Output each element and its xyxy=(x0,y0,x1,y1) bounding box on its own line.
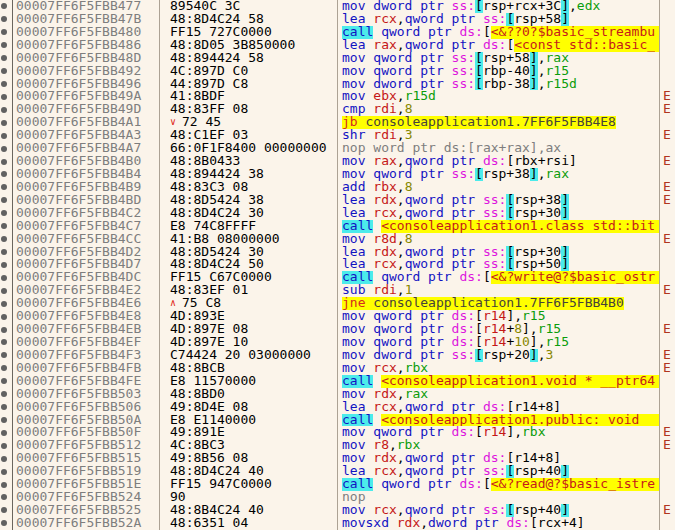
breakpoint-dot[interactable] xyxy=(1,262,7,268)
breakpoint-dot[interactable] xyxy=(1,482,7,488)
disasm-row[interactable]: 00007FF6F5FBB4924C:897D C0mov qword ptr … xyxy=(0,65,675,78)
breakpoint-dot[interactable] xyxy=(1,469,7,475)
breakpoint-dot[interactable] xyxy=(1,417,7,423)
breakpoint-dot[interactable] xyxy=(1,68,7,74)
instruction-token: mov qword ptr xyxy=(342,168,452,181)
disasm-row[interactable]: 00007FF6F5FBB4E6∧ 75 C8jne consoleapplic… xyxy=(0,297,675,310)
breakpoint-dot[interactable] xyxy=(1,133,7,139)
breakpoint-dot[interactable] xyxy=(1,171,7,177)
disasm-row[interactable]: 00007FF6F5FBB4FEE8 11570000call <console… xyxy=(0,375,675,388)
breakpoint-dot[interactable] xyxy=(1,16,7,22)
instruction-token: , xyxy=(397,246,405,259)
disasm-row[interactable]: 00007FF6F5FBB480FF15 727C0000call qword … xyxy=(0,26,675,39)
disasm-row[interactable]: 00007FF6F5FBB4E84D:893Emov qword ptr ds:… xyxy=(0,310,675,323)
disasm-row[interactable]: 00007FF6F5FBB52490nop xyxy=(0,491,675,504)
breakpoint-dot[interactable] xyxy=(1,327,7,333)
breakpoint-dot[interactable] xyxy=(1,520,7,526)
instruction-cell: lea rdx,qword ptr ss:[rsp+30] xyxy=(337,246,660,259)
breakpoint-dot[interactable] xyxy=(1,3,7,9)
disasm-row[interactable]: 00007FF6F5FBB4DCFF15 C67C0000call qword … xyxy=(0,271,675,284)
disasm-row[interactable]: 00007FF6F5FBB4CC41:B8 08000000mov r8d,8E xyxy=(0,233,675,246)
disasm-row[interactable]: 00007FF6F5FBB49644:897D C8mov dword ptr … xyxy=(0,78,675,91)
bytes-text: 49:8B56 08 xyxy=(170,452,248,465)
instruction-token: nop xyxy=(342,491,365,504)
breakpoint-dot[interactable] xyxy=(1,288,7,294)
instruction-token: r15d xyxy=(546,78,577,91)
breakpoint-dot[interactable] xyxy=(1,314,7,320)
disasm-row[interactable]: 00007FF6F5FBB4B448:894424 38mov qword pt… xyxy=(0,168,675,181)
breakpoint-dot[interactable] xyxy=(1,391,7,397)
disasm-row[interactable]: 00007FF6F5FBB4B048:8B0433mov rax,qword p… xyxy=(0,155,675,168)
disasm-row[interactable]: 00007FF6F5FBB5124C:8BC3mov r8,rbxE xyxy=(0,439,675,452)
disassembly-view[interactable]: 00007FF6F5FBB47789540C 3Cmov dword ptr s… xyxy=(0,0,675,530)
disasm-row[interactable]: 00007FF6F5FBB4B948:83C3 08add rbx,8E xyxy=(0,181,675,194)
breakpoint-dot[interactable] xyxy=(1,146,7,152)
disasm-row[interactable]: 00007FF6F5FBB50AE8 E1140000call <console… xyxy=(0,414,675,427)
breakpoint-dot[interactable] xyxy=(1,81,7,87)
disasm-row[interactable]: 00007FF6F5FBB4E248:83EF 01sub rdi,1E xyxy=(0,284,675,297)
disasm-row[interactable]: 00007FF6F5FBB51EFF15 947C0000call qword … xyxy=(0,478,675,491)
instruction-token: 10 xyxy=(514,336,530,349)
disasm-row[interactable]: 00007FF6F5FBB4D248:8D5424 30lea rdx,qwor… xyxy=(0,246,675,259)
disasm-row[interactable]: 00007FF6F5FBB4C248:8D4C24 30lea rcx,qwor… xyxy=(0,207,675,220)
disasm-row[interactable]: 00007FF6F5FBB4C7E8 74C8FFFFcall <console… xyxy=(0,220,675,233)
disasm-row[interactable]: 00007FF6F5FBB4D748:8D4C24 50lea rcx,qwor… xyxy=(0,258,675,271)
breakpoint-dot[interactable] xyxy=(1,404,7,410)
disasm-row[interactable]: 00007FF6F5FBB48D48:894424 58mov qword pt… xyxy=(0,52,675,65)
breakpoint-dot[interactable] xyxy=(1,236,7,242)
gutter-cell xyxy=(0,388,13,401)
breakpoint-dot[interactable] xyxy=(1,430,7,436)
address-cell: 00007FF6F5FBB4F3 xyxy=(13,349,160,362)
disasm-row[interactable]: 00007FF6F5FBB50348:8BD0mov rdx,rax xyxy=(0,388,675,401)
disasm-row[interactable]: 00007FF6F5FBB4FB48:8BCBmov rcx,rbxE xyxy=(0,362,675,375)
breakpoint-dot[interactable] xyxy=(1,223,7,229)
disasm-row[interactable]: 00007FF6F5FBB52548:8B4C24 40mov rcx,qwor… xyxy=(0,504,675,517)
breakpoint-dot[interactable] xyxy=(1,301,7,307)
breakpoint-dot[interactable] xyxy=(1,55,7,61)
disasm-row[interactable]: 00007FF6F5FBB47789540C 3Cmov dword ptr s… xyxy=(0,0,675,13)
disasm-row[interactable]: 00007FF6F5FBB51549:8B56 08mov rdx,qword … xyxy=(0,452,675,465)
bytes-text: 48:8D05 3B850000 xyxy=(170,39,295,52)
breakpoint-dot[interactable] xyxy=(1,378,7,384)
instruction-token: [ xyxy=(483,478,491,491)
instruction-token: mov xyxy=(342,362,373,375)
breakpoint-dot[interactable] xyxy=(1,184,7,190)
breakpoint-dot[interactable] xyxy=(1,249,7,255)
breakpoint-dot[interactable] xyxy=(1,94,7,100)
disasm-row[interactable]: 00007FF6F5FBB4BD48:8D5424 38lea rdx,qwor… xyxy=(0,194,675,207)
breakpoint-dot[interactable] xyxy=(1,197,7,203)
disasm-row[interactable]: 00007FF6F5FBB4A348:C1EF 03shr rdi,3E xyxy=(0,129,675,142)
breakpoint-dot[interactable] xyxy=(1,120,7,126)
disasm-row[interactable]: 00007FF6F5FBB50F49:891Emov qword ptr ds:… xyxy=(0,426,675,439)
disasm-row[interactable]: 00007FF6F5FBB49D48:83FF 08cmp rdi,8E xyxy=(0,103,675,116)
disasm-row[interactable]: 00007FF6F5FBB4A766:0F1F8400 00000000nop … xyxy=(0,142,675,155)
disasm-row[interactable]: 00007FF6F5FBB47B48:8D4C24 58lea rcx,qwor… xyxy=(0,13,675,26)
breakpoint-dot[interactable] xyxy=(1,159,7,165)
disasm-row[interactable]: 00007FF6F5FBB50649:8D4E 08lea rcx,qword … xyxy=(0,401,675,414)
disasm-row[interactable]: 00007FF6F5FBB49A41:8BDFmov ebx,r15dE xyxy=(0,90,675,103)
breakpoint-dot[interactable] xyxy=(1,107,7,113)
breakpoint-dot[interactable] xyxy=(1,29,7,35)
breakpoint-dot[interactable] xyxy=(1,42,7,48)
breakpoint-dot[interactable] xyxy=(1,210,7,216)
address-cell: 00007FF6F5FBB4B4 xyxy=(13,168,160,181)
breakpoint-dot[interactable] xyxy=(1,443,7,449)
disasm-row[interactable]: 00007FF6F5FBB52A48:6351 04movsxd rdx,dwo… xyxy=(0,517,675,530)
breakpoint-dot[interactable] xyxy=(1,275,7,281)
breakpoint-dot[interactable] xyxy=(1,339,7,345)
disasm-row[interactable]: 00007FF6F5FBB51948:8D4C24 40lea rcx,qwor… xyxy=(0,465,675,478)
disasm-row[interactable]: 00007FF6F5FBB48648:8D05 3B850000lea rax,… xyxy=(0,39,675,52)
instruction-token: lea xyxy=(342,401,373,414)
disasm-row[interactable]: 00007FF6F5FBB4F3C74424 20 03000000mov dw… xyxy=(0,349,675,362)
disasm-row[interactable]: 00007FF6F5FBB4EF4D:897E 10mov qword ptr … xyxy=(0,336,675,349)
breakpoint-dot[interactable] xyxy=(1,456,7,462)
disasm-row[interactable]: 00007FF6F5FBB4A1∨ 72 45jb consoleapplica… xyxy=(0,116,675,129)
breakpoint-dot[interactable] xyxy=(1,365,7,371)
bytes-text: 48:83EF 01 xyxy=(170,284,248,297)
breakpoint-dot[interactable] xyxy=(1,507,7,513)
instruction-token: sub xyxy=(342,284,373,297)
disasm-row[interactable]: 00007FF6F5FBB4EB4D:897E 08mov qword ptr … xyxy=(0,323,675,336)
instruction-token: rsp+58 xyxy=(483,52,530,65)
breakpoint-dot[interactable] xyxy=(1,494,7,500)
breakpoint-dot[interactable] xyxy=(1,352,7,358)
